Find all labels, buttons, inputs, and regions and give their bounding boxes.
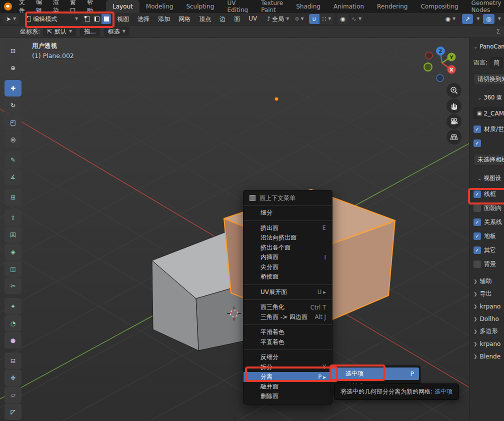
collapsed-panel-header[interactable]: Blende: [474, 350, 504, 362]
menu-item-shade-smooth[interactable]: 平滑着色: [244, 328, 332, 338]
show-overlays-toggle[interactable]: ◎: [483, 14, 494, 24]
unnamed-checkbox-row[interactable]: [474, 138, 504, 148]
loop-cut-tool[interactable]: ◫: [4, 260, 22, 277]
menu-item-dissolve-faces[interactable]: 融并面: [244, 382, 332, 392]
workspace-tab[interactable]: Sculpting: [180, 0, 220, 13]
workspace-tab[interactable]: Animation: [327, 0, 370, 13]
context-menu-item[interactable]: [244, 350, 332, 350]
snap-settings-dropdown[interactable]: ∷▼: [320, 14, 334, 24]
view-setting-checkbox-row[interactable]: 其它: [474, 245, 504, 255]
camera-view-button[interactable]: [446, 114, 462, 129]
poly-build-tool[interactable]: ✦: [4, 298, 22, 314]
workspace-tab[interactable]: Shading: [290, 0, 327, 13]
menu-item-extrude-faces[interactable]: 挤出面 E: [244, 224, 332, 234]
menu-item-extrude-along-normals[interactable]: 沿法向挤出面: [244, 233, 332, 243]
knife-tool[interactable]: ✂: [4, 278, 22, 294]
view-setting-checkbox-row[interactable]: 关系线: [474, 217, 504, 227]
view-setting-checkbox-row[interactable]: 面朝向: [474, 203, 504, 213]
gizmo-minus-x-handle[interactable]: [426, 52, 432, 59]
transform-tool[interactable]: ◎: [4, 131, 22, 148]
cursor-tool[interactable]: ⊕: [4, 60, 22, 76]
shrink-fatten-tool[interactable]: ✢: [4, 370, 22, 386]
panel-header-panocam[interactable]: PanoCam: [474, 43, 504, 50]
menu-item-extrude-individual[interactable]: 挤出各个面: [244, 243, 332, 253]
collapsed-panel-header[interactable]: 多边形: [474, 325, 504, 338]
menu-item-bridge-faces[interactable]: 桥接面: [244, 272, 332, 282]
orthographic-toggle-button[interactable]: [446, 130, 462, 144]
drag-dropdown[interactable]: 拖...: [80, 26, 100, 36]
menu-item-triangulate[interactable]: 面三角化 Ctrl T: [244, 302, 332, 312]
workspace-tab[interactable]: Layout: [106, 0, 140, 13]
menu-item-poke-faces[interactable]: 尖分面: [244, 262, 332, 272]
context-menu-item[interactable]: [244, 284, 332, 285]
vertex-select-mode-button[interactable]: [82, 14, 92, 24]
context-menu-item[interactable]: [244, 324, 332, 325]
switch-mode-button[interactable]: 请切换到对: [474, 74, 504, 85]
blender-logo-icon[interactable]: [4, 2, 12, 10]
options-corner-icon[interactable]: Σ: [496, 28, 500, 34]
annotate-tool[interactable]: ✎: [4, 152, 22, 168]
viewport-menu-item[interactable]: 添加: [158, 15, 170, 24]
spin-tool[interactable]: ◔: [4, 315, 22, 332]
transform-orientation-dropdown[interactable]: ⤴ 全局 ▼: [264, 14, 292, 24]
coordinate-system-dropdown[interactable]: ⇱ 默认 ▼: [43, 26, 76, 36]
edge-select-mode-button[interactable]: [92, 14, 102, 24]
extrude-region-tool[interactable]: ⇧: [4, 210, 22, 226]
material-world-checkbox-row[interactable]: 材质/世界: [474, 124, 504, 134]
gizmo-minus-z-handle[interactable]: [436, 74, 444, 82]
inset-faces-tool[interactable]: 回: [4, 226, 22, 243]
add-cube-tool[interactable]: ⊞: [4, 189, 22, 206]
workspace-tab[interactable]: Geometry Nodes: [465, 0, 504, 13]
select-box-tool[interactable]: ⊡: [4, 42, 22, 59]
collapsed-panel-header[interactable]: Dollho: [474, 312, 504, 325]
falloff-dropdown[interactable]: ∿▼: [348, 14, 364, 24]
submenu-item-selection[interactable]: 选中项 P: [332, 368, 419, 380]
workspace-tab[interactable]: UV Editing: [220, 0, 254, 13]
bevel-tool[interactable]: ◈: [4, 244, 22, 260]
camera-select-dropdown[interactable]: ▣ 2_CAM: [474, 108, 504, 119]
view-setting-checkbox-row[interactable]: 地板: [474, 231, 504, 241]
move-tool[interactable]: ✚: [4, 80, 22, 96]
rotate-tool[interactable]: ↻: [4, 97, 22, 114]
menu-item-shade-flat[interactable]: 平直着色: [244, 338, 332, 348]
collapsed-panel-header[interactable]: krpano: [474, 300, 504, 312]
active-tool-dropdown[interactable]: ➤▼: [3, 14, 19, 24]
gizmo-minus-y-handle[interactable]: [424, 63, 432, 71]
menu-item-subdivide[interactable]: 细分: [244, 208, 332, 218]
viewport-3d[interactable]: 用户透视 (1) Plane.002 ⊡ ⊕ ✚ ↻ ◰ ◎ ✎: [0, 38, 504, 421]
face-select-mode-button[interactable]: [102, 14, 111, 24]
viewport-menu-item[interactable]: 视图: [117, 15, 129, 24]
workspace-tab[interactable]: Modeling: [140, 0, 180, 13]
viewport-menu-item[interactable]: 选择: [138, 15, 150, 24]
rip-region-tool[interactable]: ◸: [4, 404, 22, 420]
pan-button[interactable]: [446, 98, 462, 114]
viewport-menu-item[interactable]: UV: [248, 15, 257, 24]
show-gizmo-toggle[interactable]: ↗: [462, 14, 473, 24]
menu-item-separate[interactable]: 分离 P: [244, 372, 332, 382]
menu-item-inset-faces[interactable]: 内插面 I: [244, 252, 332, 262]
view-setting-checkbox-row[interactable]: 背景: [474, 259, 504, 269]
workspace-tab[interactable]: Texture Paint: [254, 0, 290, 13]
collapsed-panel-header[interactable]: krpano: [474, 338, 504, 350]
smooth-tool[interactable]: ●: [4, 332, 22, 348]
chevron-down-icon[interactable]: ▼: [476, 17, 480, 21]
viewport-menu-item[interactable]: 边: [220, 15, 226, 24]
navigation-gizmo[interactable]: Z Y X: [420, 44, 460, 84]
chevron-down-icon[interactable]: ▼: [498, 17, 501, 21]
proportional-editing-button[interactable]: ◉: [337, 14, 348, 24]
collapsed-panel-header[interactable]: 导出: [474, 288, 504, 300]
workspace-tab[interactable]: Compositing: [414, 0, 464, 13]
panel-header-360-viewer[interactable]: 360 查: [478, 94, 504, 102]
viewport-menu-item[interactable]: 顶点: [199, 15, 211, 24]
menu-item-delete-faces[interactable]: 删除面: [244, 392, 332, 402]
context-menu-item[interactable]: [244, 220, 332, 221]
menu-item-split[interactable]: 拆分 Y: [244, 362, 332, 372]
context-menu-item[interactable]: [244, 300, 332, 300]
scale-tool[interactable]: ◰: [4, 114, 22, 130]
snap-toggle-button[interactable]: ∪: [309, 14, 320, 24]
viewport-menu-item[interactable]: 面: [234, 15, 240, 24]
viewport-menu-item[interactable]: 网格: [178, 15, 190, 24]
measure-tool[interactable]: ∡: [4, 168, 22, 185]
view-setting-checkbox-row[interactable]: 线框: [474, 189, 504, 199]
zoom-button[interactable]: [446, 83, 462, 98]
